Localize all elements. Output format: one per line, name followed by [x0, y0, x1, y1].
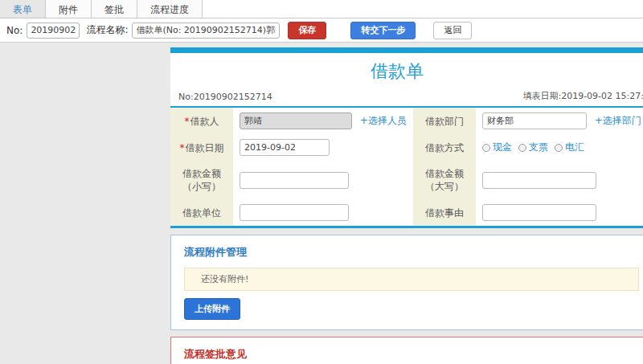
radio-wire-label: 电汇 [565, 141, 584, 154]
borrow-date-field-cell [233, 134, 413, 161]
tab-attachment[interactable]: 附件 [46, 0, 92, 18]
select-person-link[interactable]: +选择人员 [360, 115, 407, 126]
no-attachments-alert: 还没有附件! [184, 268, 639, 291]
borrow-method-label-cell: 借款方式 [413, 134, 476, 161]
radio-cash[interactable]: 现金 [482, 141, 512, 154]
borrow-reason-label-cell: 借款事由 [413, 199, 476, 227]
tab-bar: 表单 附件 签批 流程进度 [0, 0, 643, 18]
panel-accent-bar [170, 47, 643, 53]
borrow-unit-field-cell [233, 199, 413, 227]
tab-progress[interactable]: 流程进度 [137, 0, 203, 18]
amount-upper-label: 借款金额（大写） [425, 168, 464, 192]
amount-lower-field-cell [233, 161, 413, 199]
no-label: No: [6, 25, 23, 36]
forward-next-step-button[interactable]: 转交下一步 [350, 22, 416, 39]
department-field-cell: +选择部门 [476, 108, 643, 134]
main-content: 借款单 No:20190902152714 填表日期:2019-09-02 15… [170, 43, 643, 364]
radio-wire[interactable]: 电汇 [555, 141, 584, 154]
attachments-title: 流程附件管理 [184, 245, 639, 260]
department-input[interactable] [482, 112, 587, 129]
borrow-date-label-cell: *借款日期 [170, 134, 233, 161]
amount-lower-input[interactable] [240, 172, 349, 189]
amount-upper-input[interactable] [482, 172, 596, 189]
tab-form[interactable]: 表单 [0, 0, 46, 18]
flow-name-input[interactable] [132, 22, 280, 39]
table-row: *借款日期 借款方式 现金 支票 [170, 134, 643, 161]
borrow-reason-input[interactable] [482, 204, 596, 221]
select-department-link[interactable]: +选择部门 [595, 115, 641, 126]
radio-icon [518, 144, 526, 152]
radio-cheque-label: 支票 [529, 141, 548, 154]
borrower-input[interactable] [240, 112, 352, 129]
upload-attachment-button[interactable]: 上传附件 [184, 298, 240, 320]
borrow-method-label: 借款方式 [425, 142, 464, 153]
no-input[interactable] [27, 22, 80, 39]
borrow-unit-label: 借款单位 [182, 207, 221, 219]
borrow-method-radio-group: 现金 支票 电汇 [482, 141, 584, 154]
borrower-label: 借款人 [190, 116, 219, 127]
toolbar: No: 流程名称: 保存 转交下一步 返回 [0, 18, 643, 43]
borrow-reason-label: 借款事由 [425, 207, 464, 219]
borrower-field-cell: +选择人员 [233, 108, 413, 134]
radio-icon [555, 144, 563, 152]
amount-upper-field-cell [476, 161, 643, 199]
borrow-date-label: 借款日期 [186, 142, 224, 153]
back-button[interactable]: 返回 [433, 22, 472, 39]
amount-lower-label: 借款金额（小写） [182, 168, 221, 192]
borrow-unit-input[interactable] [240, 204, 349, 221]
amount-lower-label-cell: 借款金额（小写） [170, 161, 233, 199]
amount-upper-label-cell: 借款金额（大写） [413, 161, 476, 199]
department-label: 借款部门 [425, 116, 464, 127]
loan-form-table: *借款人 +选择人员 借款部门 +选择部门 *借款日期 [170, 108, 643, 228]
form-title: 借款单 [170, 53, 643, 88]
required-asterisk: * [180, 142, 185, 153]
tab-approval[interactable]: 签批 [92, 0, 137, 18]
borrow-unit-label-cell: 借款单位 [170, 199, 233, 227]
save-button[interactable]: 保存 [288, 22, 326, 39]
borrow-reason-field-cell [476, 199, 643, 227]
radio-icon [482, 144, 490, 152]
radio-cash-label: 现金 [493, 141, 512, 154]
borrow-method-field-cell: 现金 支票 电汇 [476, 134, 643, 161]
approval-comments-panel: 流程签批意见 B I abc [170, 337, 643, 364]
department-label-cell: 借款部门 [413, 108, 476, 134]
form-fill-date: 填表日期:2019-09-02 15:27:1 [522, 90, 643, 102]
table-row: 借款金额（小写） 借款金额（大写） [170, 161, 643, 199]
borrow-date-input[interactable] [240, 139, 330, 156]
required-asterisk: * [185, 116, 190, 127]
radio-cheque[interactable]: 支票 [518, 141, 548, 154]
loan-form-panel: 借款单 No:20190902152714 填表日期:2019-09-02 15… [170, 47, 643, 228]
table-row: 借款单位 借款事由 [170, 199, 643, 227]
flow-name-label: 流程名称: [86, 23, 128, 37]
borrower-label-cell: *借款人 [170, 108, 233, 134]
form-no: No:20190902152714 [178, 92, 272, 102]
table-row: *借款人 +选择人员 借款部门 +选择部门 [170, 108, 643, 134]
form-meta-row: No:20190902152714 填表日期:2019-09-02 15:27:… [170, 88, 643, 108]
attachments-panel: 流程附件管理 还没有附件! 上传附件 [170, 235, 643, 330]
approval-comments-title: 流程签批意见 [184, 347, 639, 362]
